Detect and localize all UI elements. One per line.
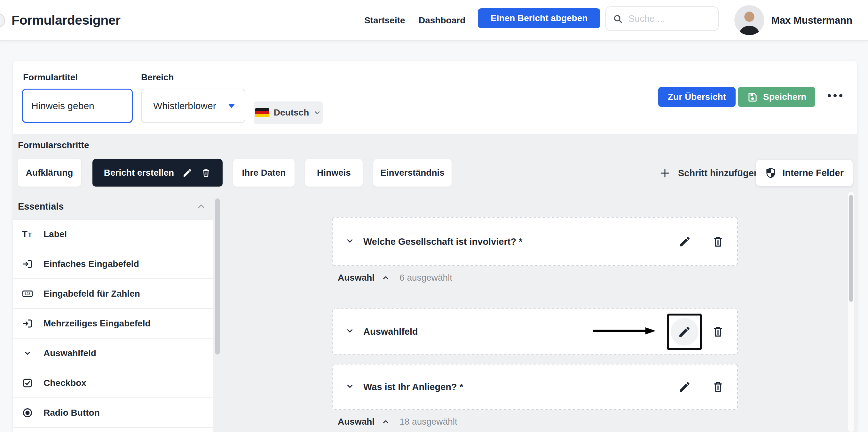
step-aufklaerung[interactable]: Aufklärung: [18, 159, 81, 186]
canvas-scrollbar-thumb[interactable]: [849, 195, 853, 302]
trash-icon[interactable]: [712, 380, 724, 393]
number-input-icon: 123: [21, 287, 34, 300]
svg-text:123: 123: [25, 292, 30, 296]
steps-section-label: Formularschritte: [18, 140, 89, 150]
field-card-anliegen[interactable]: Was ist Ihr Anliegen? *: [332, 364, 738, 410]
edit-icon[interactable]: [182, 168, 192, 178]
palette-item-partial: [13, 428, 213, 432]
nav-item-startseite[interactable]: Startseite: [364, 0, 405, 41]
summary-label: Auswahl: [338, 272, 374, 283]
radio-icon: [21, 406, 34, 419]
field-card-auswahlfeld[interactable]: Auswahlfeld: [332, 309, 738, 354]
palette-group-label: Essentials: [18, 201, 64, 212]
summary-label: Auswahl: [338, 416, 374, 427]
palette-item-auswahlfeld[interactable]: Auswahlfeld: [13, 339, 213, 368]
chevron-down-icon: [313, 109, 321, 116]
label-icon: T T: [21, 228, 34, 241]
submit-report-button[interactable]: Einen Bericht abgeben: [478, 8, 600, 28]
palette-group-header[interactable]: Essentials: [13, 197, 213, 216]
chevron-down-icon[interactable]: [345, 381, 355, 393]
more-options-button[interactable]: [828, 94, 842, 97]
logo-fragment: [0, 13, 5, 28]
area-select[interactable]: Whistlerblower: [141, 89, 245, 123]
save-icon: [747, 91, 758, 103]
add-step-button[interactable]: Schritt hinzufügen: [659, 165, 760, 182]
step-label: Aufklärung: [26, 168, 73, 178]
annotation-highlight-box: [667, 314, 702, 350]
trash-icon[interactable]: [712, 325, 724, 338]
german-flag-icon: [255, 108, 269, 117]
step-hinweis[interactable]: Hinweis: [305, 159, 363, 186]
user-name[interactable]: Max Mustermann: [771, 0, 852, 41]
search-input[interactable]: [628, 13, 699, 24]
svg-text:T: T: [22, 229, 28, 239]
field-card-gesellschaft[interactable]: Welche Gesellschaft ist involviert? *: [332, 217, 738, 266]
palette-item-text: Checkbox: [43, 378, 86, 388]
search-box[interactable]: [606, 6, 719, 31]
edit-icon-highlighted[interactable]: [671, 318, 698, 346]
form-title-label: Formulartitel: [23, 72, 78, 83]
overview-button-label: Zur Übersicht: [668, 92, 726, 102]
language-select[interactable]: Deutsch: [254, 102, 323, 124]
dropdown-arrow-icon: [228, 104, 235, 108]
summary-count: 6 ausgewählt: [399, 272, 452, 283]
palette-list: T T Label Einfaches Eingabefeld: [13, 219, 213, 432]
summary-count: 18 ausgewählt: [399, 416, 457, 427]
palette-item-mehrzeiliges-eingabefeld[interactable]: Mehrzeiliges Eingabefeld: [13, 309, 213, 339]
palette-item-text: Einfaches Eingabefeld: [43, 259, 139, 269]
annotation-arrow-icon: [592, 327, 656, 336]
edit-icon[interactable]: [678, 235, 691, 248]
textarea-icon: [21, 317, 34, 330]
app-header: Formulardesigner Startseite Dashboard Ei…: [0, 0, 868, 41]
trash-icon[interactable]: [201, 168, 211, 178]
area-label: Bereich: [141, 72, 174, 83]
save-button-label: Speichern: [763, 92, 806, 102]
selection-summary: Auswahl 18 ausgewählt: [338, 416, 457, 428]
designer-body: Formularschritte Aufklärung Bericht erst…: [13, 134, 857, 432]
trash-icon[interactable]: [712, 235, 724, 248]
nav-item-dashboard[interactable]: Dashboard: [418, 0, 465, 41]
palette-item-text: Label: [43, 229, 67, 239]
save-button[interactable]: Speichern: [738, 87, 815, 107]
palette-item-text: Eingabefeld für Zahlen: [43, 289, 140, 299]
chevron-up-icon[interactable]: [381, 273, 390, 282]
overview-button[interactable]: Zur Übersicht: [658, 87, 736, 107]
step-einverstaendnis[interactable]: Einverständnis: [373, 159, 452, 186]
palette-scrollbar-thumb[interactable]: [215, 198, 220, 354]
chevron-up-icon[interactable]: [381, 417, 390, 426]
step-bericht-erstellen-active[interactable]: Bericht erstellen: [92, 159, 223, 186]
palette-item-einfaches-eingabefeld[interactable]: Einfaches Eingabefeld: [13, 249, 213, 279]
designer-card: Formulartitel Bereich Whistlerblower Deu…: [13, 61, 857, 432]
palette-item-radio-button[interactable]: Radio Button: [13, 398, 213, 428]
palette-item-checkbox[interactable]: Checkbox: [13, 368, 213, 398]
palette-item-text: Radio Button: [43, 408, 100, 418]
selection-summary: Auswahl 6 ausgewählt: [338, 272, 452, 284]
search-icon: [613, 13, 623, 24]
text-input-icon: [21, 258, 34, 270]
user-avatar[interactable]: [734, 5, 764, 35]
edit-icon[interactable]: [678, 380, 691, 393]
area-select-value: Whistlerblower: [153, 100, 216, 111]
step-label: Ihre Daten: [242, 168, 286, 178]
step-label: Einverständnis: [380, 168, 444, 178]
chevron-down-icon[interactable]: [345, 236, 355, 247]
field-label: Auswahlfeld: [363, 326, 418, 337]
form-title-input[interactable]: [22, 89, 133, 123]
chevron-down-icon[interactable]: [345, 326, 355, 337]
palette-item-eingabefeld-zahlen[interactable]: 123 Eingabefeld für Zahlen: [13, 279, 213, 309]
field-label: Was ist Ihr Anliegen? *: [363, 382, 463, 392]
step-ihre-daten[interactable]: Ihre Daten: [233, 159, 294, 186]
step-label: Hinweis: [317, 168, 351, 178]
internal-fields-button[interactable]: Interne Felder: [756, 160, 852, 186]
checkbox-icon: [21, 377, 34, 390]
plus-icon: [659, 167, 671, 179]
field-label: Welche Gesellschaft ist involviert? *: [363, 236, 522, 247]
shield-icon: [765, 167, 777, 179]
chevron-up-icon[interactable]: [196, 202, 206, 211]
app-title: Formulardesigner: [11, 0, 121, 41]
palette-item-label[interactable]: T T Label: [13, 220, 213, 249]
svg-text:T: T: [28, 231, 32, 238]
language-value: Deutsch: [274, 108, 309, 118]
chevron-down-icon: [21, 347, 34, 360]
palette-item-text: Mehrzeiliges Eingabefeld: [43, 318, 151, 329]
